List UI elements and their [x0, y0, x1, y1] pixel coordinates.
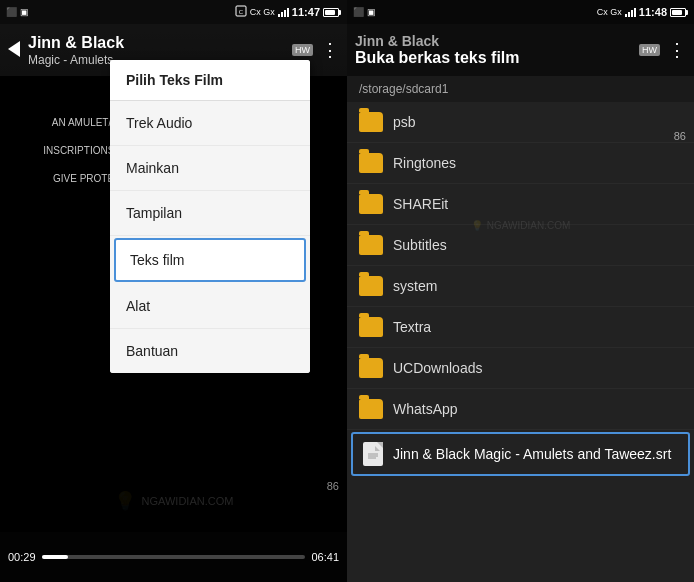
folder-shareit[interactable]: SHAREit: [347, 184, 694, 225]
left-watermark: 💡 NGAWIDIAN.COM: [114, 490, 234, 512]
dropdown-menu: Pilih Teks Film Trek Audio Mainkan Tampi…: [110, 60, 310, 373]
folder-subtitles[interactable]: Subtitles: [347, 225, 694, 266]
right-notification-icon: ▣: [367, 7, 376, 17]
folder-ucdownloads[interactable]: UCDownloads: [347, 348, 694, 389]
menu-item-bantuan[interactable]: Bantuan: [110, 329, 310, 373]
right-bb-icon: ⬛: [353, 7, 364, 17]
right-watermark-icon: 💡: [471, 220, 483, 231]
right-title-top: Jinn & Black: [355, 33, 631, 49]
folder-name-ucdownloads: UCDownloads: [393, 360, 682, 376]
sim-icon: C: [235, 5, 247, 19]
right-title-bar: Jinn & Black Buka berkas teks film HW ⋮: [347, 24, 694, 76]
folder-name-system: system: [393, 278, 682, 294]
folder-icon: [359, 153, 383, 173]
left-status-icons: ⬛ ▣: [6, 7, 29, 17]
right-battery-icon: [670, 8, 688, 17]
folder-icon: [359, 317, 383, 337]
right-time: 11:48: [639, 6, 667, 18]
folder-whatsapp[interactable]: WhatsApp: [347, 389, 694, 430]
folder-icon: [359, 276, 383, 296]
watermark-text: NGAWIDIAN.COM: [142, 495, 234, 507]
file-doc-icon: [363, 442, 383, 466]
menu-item-mainkan[interactable]: Mainkan: [110, 146, 310, 191]
file-name-srt: Jinn & Black Magic - Amulets and Taweez.…: [393, 446, 678, 462]
folder-ringtones[interactable]: Ringtones: [347, 143, 694, 184]
left-title-main: Jinn & Black: [28, 33, 284, 52]
hw-badge-left: HW: [292, 44, 313, 56]
menu-item-trek-audio[interactable]: Trek Audio: [110, 101, 310, 146]
dropdown-header: Pilih Teks Film: [110, 60, 310, 101]
progress-fill: [42, 555, 68, 559]
watermark-icon: 💡: [114, 490, 136, 512]
signal-bars: [278, 7, 289, 17]
folder-icon: [359, 194, 383, 214]
progress-bar[interactable]: [42, 555, 306, 559]
right-watermark-text: NGAWIDIAN.COM: [487, 220, 571, 231]
file-browser[interactable]: /storage/sdcard1 psb Ringtones SHAREit S…: [347, 76, 694, 582]
right-title-block: Jinn & Black Buka berkas teks film: [355, 33, 631, 67]
video-badge: 86: [327, 480, 339, 492]
svg-text:C: C: [239, 9, 244, 15]
file-jinn-black-magic-srt[interactable]: Jinn & Black Magic - Amulets and Taweez.…: [351, 432, 690, 476]
battery-icon: [323, 8, 341, 17]
folder-name-subtitles: Subtitles: [393, 237, 682, 253]
current-time: 00:29: [8, 551, 36, 563]
folder-system[interactable]: system: [347, 266, 694, 307]
folder-icon: [359, 399, 383, 419]
folder-icon: [359, 235, 383, 255]
right-status-right-icons: Cx Gx 11:48: [597, 6, 688, 18]
left-panel: ⬛ ▣ C Cx Gx 11:47 Jinn &: [0, 0, 347, 582]
folder-psb[interactable]: psb: [347, 102, 694, 143]
right-video-badge: 86: [674, 130, 686, 142]
folder-icon: [359, 112, 383, 132]
left-time: 11:47: [292, 6, 320, 18]
right-title-bottom: Buka berkas teks film: [355, 49, 631, 67]
menu-dots-left[interactable]: ⋮: [321, 39, 339, 61]
total-time: 06:41: [311, 551, 339, 563]
back-button[interactable]: [8, 39, 20, 62]
menu-item-teks-film[interactable]: Teks film: [114, 238, 306, 282]
folder-name-whatsapp: WhatsApp: [393, 401, 682, 417]
path-bar: /storage/sdcard1: [347, 76, 694, 102]
status-bar-left: ⬛ ▣ C Cx Gx 11:47: [0, 0, 347, 24]
right-signal-bars: [625, 7, 636, 17]
notification-icon: ▣: [20, 7, 29, 17]
menu-item-alat[interactable]: Alat: [110, 284, 310, 329]
folder-name-ringtones: Ringtones: [393, 155, 682, 171]
bb-icon: ⬛: [6, 7, 17, 17]
video-controls: 00:29 06:41: [0, 532, 347, 582]
folder-name-psb: psb: [393, 114, 682, 130]
folder-name-shareit: SHAREit: [393, 196, 682, 212]
right-status-left-icons: ⬛ ▣: [353, 7, 376, 17]
folder-icon: [359, 358, 383, 378]
folder-name-textra: Textra: [393, 319, 682, 335]
right-cx-label: Cx Gx: [597, 7, 622, 17]
right-panel: ⬛ ▣ Cx Gx 11:48 Jinn & Black Buka berkas…: [347, 0, 694, 582]
folder-textra[interactable]: Textra: [347, 307, 694, 348]
right-watermark: 💡 NGAWIDIAN.COM: [471, 220, 571, 231]
status-bar-right: ⬛ ▣ Cx Gx 11:48: [347, 0, 694, 24]
hw-badge-right: HW: [639, 44, 660, 56]
menu-item-tampilan[interactable]: Tampilan: [110, 191, 310, 236]
cx-label: Cx Gx: [250, 7, 275, 17]
menu-dots-right[interactable]: ⋮: [668, 39, 686, 61]
right-status-icons: C Cx Gx 11:47: [235, 5, 341, 19]
